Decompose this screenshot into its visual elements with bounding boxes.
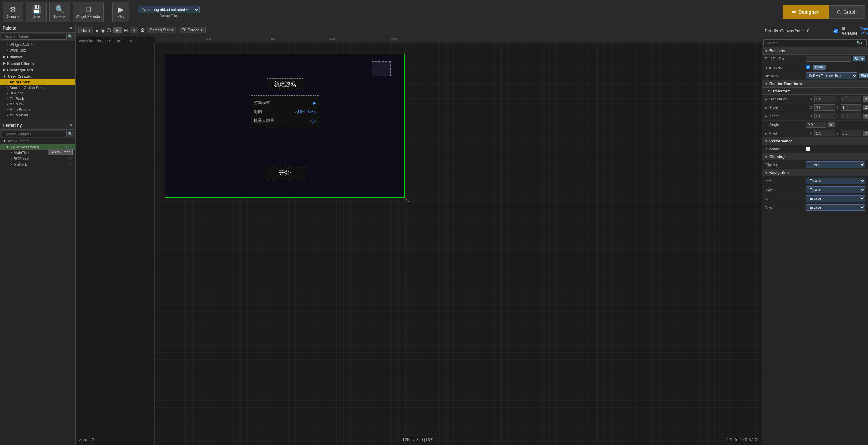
shear-x-input[interactable] — [814, 113, 835, 119]
palette-collapse-icon[interactable]: × — [70, 26, 72, 31]
pivot-y-input[interactable] — [841, 130, 861, 136]
clipping-select[interactable]: Inherit — [806, 161, 865, 168]
is-volatile-checkbox[interactable] — [806, 147, 810, 151]
expand-icon[interactable]: ▶ — [765, 106, 767, 110]
reset-btn[interactable]: ↺ — [863, 105, 868, 110]
palette-cat-primitive[interactable]: ▶ Primitive — [0, 54, 75, 60]
shear-y-input[interactable] — [841, 113, 861, 119]
tool-tip-input[interactable] — [806, 56, 851, 62]
details-grid-icon[interactable]: ⊞ — [861, 41, 864, 45]
prop-scale: ▶ Scale X Y ↺ — [762, 103, 868, 112]
nav-left-select[interactable]: Escape — [806, 178, 865, 184]
hierarchy-search-input[interactable] — [2, 131, 67, 137]
canvas-btn-2[interactable]: ● — [95, 27, 98, 33]
canvas-fill-screen-btn[interactable]: Fill Screen ▾ — [179, 27, 206, 33]
palette-item-main-button[interactable]: ▪ Main Button — [0, 107, 75, 112]
widget-reflector-button[interactable]: 🖥 Widget Reflector — [73, 2, 104, 22]
is-enabled-bind-btn[interactable]: Bind▾ — [813, 65, 826, 70]
expand-icon: ▼ — [765, 171, 768, 175]
play-button[interactable]: ▶ Play — [112, 2, 129, 22]
canvas-r-btn[interactable]: R — [113, 27, 122, 33]
canvas-screen-size-btn[interactable]: Screen Size ▾ — [147, 27, 176, 33]
palette-item-go-back[interactable]: ▪ Go Back — [0, 96, 75, 101]
nav-up-select[interactable]: Escape — [806, 195, 865, 202]
scale-x-input[interactable] — [814, 104, 835, 111]
hierarchy-bgpanel[interactable]: ▪ BGPanel ⬡ — [0, 156, 75, 161]
dpi-settings-icon[interactable]: ⚙ — [754, 437, 758, 442]
angle-input[interactable] — [806, 122, 826, 128]
details-canvas-name-input[interactable] — [780, 28, 832, 33]
palette-item-widget-switcher[interactable]: ▪ Widget Switcher — [0, 42, 75, 47]
translation-x-input[interactable] — [814, 96, 835, 102]
open-canvas-link[interactable]: Open CanvasPanel — [859, 27, 868, 35]
scale-y-input[interactable] — [841, 104, 861, 111]
reset-btn[interactable]: ↺ — [863, 131, 868, 136]
reset-btn[interactable]: ↺ — [828, 122, 835, 127]
is-variable-checkbox[interactable] — [834, 29, 838, 33]
reset-btn[interactable]: ↺ — [863, 114, 868, 119]
navigation-section-header[interactable]: ▼ Navigation — [762, 169, 868, 176]
canvas-widget-panel[interactable]: ← 新建游戏 游戏模式 ▶ — [165, 54, 405, 198]
compile-button[interactable]: ⚙ Compile — [3, 2, 23, 22]
save-button[interactable]: 💾 Save — [26, 2, 47, 22]
canvas-none-btn[interactable]: None — [78, 27, 93, 33]
palette-search-input[interactable] — [2, 34, 67, 40]
tool-tip-bind-btn[interactable]: Bind▾ — [853, 56, 865, 61]
expand-icon[interactable]: ▶ — [765, 97, 767, 101]
canvas-btn-4[interactable]: ⬡ — [107, 27, 111, 33]
resize-handle[interactable]: ↘ — [405, 198, 409, 203]
canvas-grid-btn[interactable]: ⊞ — [124, 27, 128, 33]
nav-down-select[interactable]: Escape — [806, 204, 865, 211]
canvas-settings-btn[interactable]: ⚙ — [140, 27, 145, 33]
prop-value-container: Inherit — [806, 161, 865, 168]
reset-btn[interactable]: ↺ — [863, 96, 868, 102]
pivot-x-input[interactable] — [814, 130, 835, 136]
graph-button[interactable]: ⬡ Graph — [829, 5, 865, 19]
nav-right-select[interactable]: Escape — [806, 186, 865, 193]
browse-icon: 🔍 — [55, 5, 65, 14]
expand-icon[interactable]: ▶ — [765, 114, 767, 118]
palette-cat-uncategorized[interactable]: ▶ Uncategorized — [0, 67, 75, 73]
designer-button[interactable]: ✏ Designer — [783, 5, 829, 19]
render-transform-section-header[interactable]: ▼ Render Transform — [762, 80, 868, 88]
details-title: Details — [765, 28, 778, 33]
is-enabled-checkbox[interactable] — [806, 65, 810, 69]
hierarchy-maintitle[interactable]: ▪ MainTitle 👁 ⬡ Anim Enter — [0, 150, 75, 156]
palette-cat-user-created[interactable]: ▼ User Created — [0, 73, 75, 79]
palette-item-bgpanel[interactable]: ▪ BGPanel — [0, 90, 75, 96]
details-search-input[interactable] — [766, 41, 856, 45]
hierarchy-root[interactable]: ▼ [NewGame] — [0, 138, 75, 144]
prop-label: Visibility — [765, 74, 806, 78]
palette-item-wrap-box[interactable]: ▪ Wrap Box — [0, 47, 75, 53]
canvas-viewport[interactable]: ← 新建游戏 游戏模式 ▶ — [155, 47, 762, 438]
canvas-4-btn[interactable]: 4 — [130, 27, 138, 33]
browse-button[interactable]: 🔍 Browse — [49, 2, 70, 22]
palette-item-another-option[interactable]: ▪ Another Option Selector — [0, 85, 75, 90]
palette-search-icon[interactable]: 🔍 — [68, 34, 73, 39]
visibility-bind-btn[interactable]: Bind▾ — [859, 73, 868, 78]
details-search-icon[interactable]: 🔍 — [856, 41, 861, 45]
palette-item-anim-enter[interactable]: ▪ Anim Enter — [0, 79, 75, 85]
performance-section-header[interactable]: ▼ Performance — [762, 138, 868, 145]
visibility-select[interactable]: Self Hit Test Invisible - — [806, 72, 857, 79]
start-button-widget[interactable]: 开始 — [265, 166, 305, 180]
back-button-widget[interactable]: ← — [372, 61, 391, 76]
translation-y-input[interactable] — [841, 96, 861, 102]
hierarchy-collapse-icon[interactable]: × — [70, 123, 72, 128]
hierarchy-search-icon[interactable]: 🔍 — [68, 132, 73, 136]
clipping-section-header[interactable]: ▼ Clipping — [762, 153, 868, 160]
hierarchy-search-bar: 🔍 — [0, 130, 75, 138]
debug-dropdown[interactable]: No debug object selected ~ — [138, 6, 200, 13]
expand-icon[interactable]: ▶ — [765, 132, 767, 135]
item-label: GoBack — [14, 162, 27, 167]
canvas-area[interactable]: www.hanzhe.com stoneisstar 500 1000 1500… — [76, 36, 762, 445]
palette-item-main-bg[interactable]: ▪ Main BG — [0, 101, 75, 107]
behavior-section-header[interactable]: ▼ Behavior — [762, 47, 868, 55]
palette-cat-special-effects[interactable]: ▶ Special Effects — [0, 60, 75, 67]
prop-label: Clipping — [765, 163, 806, 167]
option-arrow-r[interactable]: ▶ — [313, 101, 316, 105]
transform-section-header[interactable]: ▼ Transform — [762, 88, 868, 95]
canvas-btn-3[interactable]: ◉ — [101, 27, 105, 33]
hierarchy-goback[interactable]: ▪ GoBack ⬡ — [0, 161, 75, 167]
palette-item-main-menu[interactable]: ▪ Main Menu — [0, 112, 75, 118]
